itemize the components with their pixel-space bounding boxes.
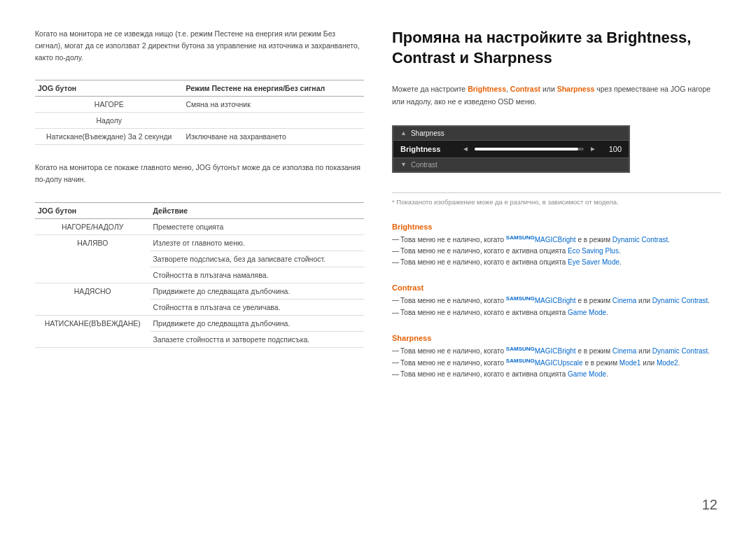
- samsung-brand-3: SAMSUNG: [506, 346, 535, 352]
- cinema-2: Cinema: [612, 347, 636, 355]
- table2-row3-c2b: Стойността в плъзгача се увеличава.: [150, 299, 365, 315]
- table-row: Натискане(Въвеждане) За 2 секунди Изключ…: [35, 129, 364, 145]
- table1-row2-c1: Надолу: [35, 113, 183, 129]
- osd-slider-track: [475, 148, 584, 150]
- osd-value: 100: [602, 145, 622, 153]
- right-column: Промяна на настройките за Brightness, Co…: [392, 28, 721, 506]
- table-row: Надолу: [35, 113, 364, 129]
- table2-row4-c1: НАТИСКАНЕ(ВЪВЕЖДАНЕ): [35, 315, 150, 347]
- note-text: * Показаното изображение може да е разли…: [392, 192, 721, 207]
- brightness-section: Brightness Това меню не е налично, когат…: [392, 217, 721, 268]
- left-column: Когато на монитора не се извежда нищо (т…: [35, 28, 364, 506]
- osd-footer: ▼ Contrast: [393, 157, 629, 171]
- contrast-item-2: Това меню не е налично, когато е активна…: [392, 307, 721, 318]
- table2-row1-c2: Преместете опцията: [150, 218, 365, 234]
- mode2: Mode2: [657, 359, 678, 367]
- table-row: НАГОРЕ/НАДОЛУ Преместете опцията: [35, 218, 364, 234]
- osd-up-arrow-icon: ▲: [400, 129, 407, 136]
- table1-row1-c1: НАГОРЕ: [35, 97, 183, 113]
- table1: JOG бутон Режим Пестене на енергия/Без с…: [35, 80, 364, 145]
- dynamic-contrast-2: Dynamic Contrast: [652, 297, 708, 305]
- table-row: НАТИСКАНЕ(ВЪВЕЖДАНЕ) Придвижете до следв…: [35, 315, 364, 331]
- contrast-item-1: Това меню не е налично, когато SAMSUNGMA…: [392, 295, 721, 307]
- contrast-section: Contrast Това меню не е налично, когато …: [392, 278, 721, 318]
- osd-menu: ▲ Sharpness Brightness ◄ ► 100 ▼ Contras…: [392, 125, 630, 173]
- osd-header-label: Sharpness: [411, 129, 444, 137]
- table2: JOG бутон Действие НАГОРЕ/НАДОЛУ Премест…: [35, 202, 364, 348]
- contrast-highlight: Contrast: [510, 85, 540, 93]
- mode1: Mode1: [620, 359, 641, 367]
- sharpness-item-2: Това меню не е налично, когато SAMSUNGMA…: [392, 357, 721, 369]
- game-mode-1: Game Mode: [568, 309, 606, 316]
- sharpness-item-3: Това меню не е налично, когато е активна…: [392, 369, 721, 380]
- osd-right-arrow-icon: ►: [589, 145, 596, 153]
- osd-down-arrow-icon: ▼: [400, 161, 407, 168]
- brightness-highlight: Brightness: [468, 85, 506, 93]
- table1-container: JOG бутон Режим Пестене на енергия/Без с…: [35, 80, 364, 145]
- table1-row2-c2: [183, 113, 365, 129]
- eco-saving-plus: Eco Saving Plus: [568, 247, 619, 255]
- brightness-item-1: Това меню не е налично, когато SAMSUNGMA…: [392, 234, 721, 246]
- cinema-1: Cinema: [612, 297, 636, 305]
- table2-col2: Действие: [150, 202, 365, 218]
- game-mode-2: Game Mode: [568, 370, 606, 378]
- page-number: 12: [702, 497, 718, 513]
- table2-row2-c1: НАЛЯВО: [35, 234, 150, 283]
- magic-upscale: MAGICUpscale: [535, 359, 583, 367]
- magic-bright-1: MAGICBright: [535, 236, 576, 244]
- table2-row3-c2a: Придвижете до следващата дълбочина.: [150, 283, 365, 299]
- left-para2: Когато на монитора се покаже главното ме…: [35, 162, 364, 185]
- table2-col1: JOG бутон: [35, 202, 150, 218]
- page-title-text: Промяна на настройките за Brightness, Co…: [392, 29, 691, 66]
- osd-header: ▲ Sharpness: [393, 127, 629, 141]
- osd-active-row: Brightness ◄ ► 100: [393, 141, 629, 157]
- table-row: НАЛЯВО Излезте от главното меню.: [35, 234, 364, 251]
- table1-col1: JOG бутон: [35, 80, 183, 97]
- table2-container: JOG бутон Действие НАГОРЕ/НАДОЛУ Премест…: [35, 202, 364, 348]
- table2-row2-c2a: Излезте от главното меню.: [150, 234, 365, 251]
- contrast-title: Contrast: [392, 283, 721, 292]
- page-title: Промяна на настройките за Brightness, Co…: [392, 28, 721, 68]
- osd-left-arrow-icon: ◄: [462, 145, 469, 153]
- intro-text: Можете да настроите Brightness, Contrast…: [392, 83, 721, 108]
- page-container: Когато на монитора не се извежда нищо (т…: [0, 0, 756, 534]
- brightness-item-3: Това меню не е налично, когато е активна…: [392, 257, 721, 268]
- table-row: НАГОРЕ Смяна на източник: [35, 97, 364, 113]
- table1-row3-c2: Изключване на захранването: [183, 129, 365, 145]
- table2-row1-c1: НАГОРЕ/НАДОЛУ: [35, 218, 150, 234]
- table2-row3-c1: НАДЯСНО: [35, 283, 150, 315]
- table2-row4-c2b: Запазете стойността и затворете подсписъ…: [150, 331, 365, 347]
- table1-col2: Режим Пестене на енергия/Без сигнал: [183, 80, 365, 97]
- samsung-brand-4: SAMSUNG: [506, 358, 535, 364]
- table1-row3-c1: Натискане(Въвеждане) За 2 секунди: [35, 129, 183, 145]
- sharpness-highlight: Sharpness: [557, 85, 595, 93]
- left-para1: Когато на монитора не се извежда нищо (т…: [35, 28, 364, 63]
- sharpness-title: Sharpness: [392, 334, 721, 342]
- osd-active-label: Brightness: [400, 145, 456, 153]
- osd-slider-fill: [475, 148, 578, 150]
- sharpness-section: Sharpness Това меню не е налично, когато…: [392, 328, 721, 381]
- dynamic-contrast-1: Dynamic Contrast: [612, 236, 668, 244]
- osd-footer-label: Contrast: [411, 161, 438, 169]
- magic-bright-2: MAGICBright: [535, 297, 576, 305]
- table1-row1-c2: Смяна на източник: [183, 97, 365, 113]
- brightness-item-2: Това меню не е налично, когато е активна…: [392, 246, 721, 257]
- table2-row4-c2a: Придвижете до следващата дълбочина.: [150, 315, 365, 331]
- table-row: НАДЯСНО Придвижете до следващата дълбочи…: [35, 283, 364, 299]
- dynamic-contrast-3: Dynamic Contrast: [652, 347, 708, 355]
- magic-bright-3: MAGICBright: [535, 347, 576, 355]
- brightness-title: Brightness: [392, 223, 721, 231]
- eye-saver-mode: Eye Saver Mode: [568, 258, 620, 266]
- samsung-brand-1: SAMSUNG: [506, 234, 535, 241]
- table2-row2-c2b: Затворете подсписъка, без да записвате с…: [150, 251, 365, 267]
- table2-row2-c2c: Стойността в плъзгача намалява.: [150, 267, 365, 283]
- samsung-brand-2: SAMSUNG: [506, 295, 535, 302]
- sharpness-item-1: Това меню не е налично, когато SAMSUNGMA…: [392, 345, 721, 357]
